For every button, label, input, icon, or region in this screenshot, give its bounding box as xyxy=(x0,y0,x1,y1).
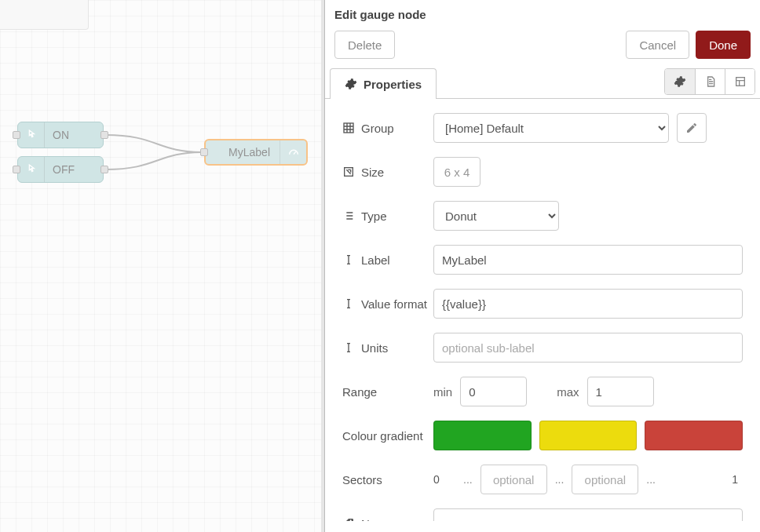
flow-canvas[interactable]: ON OFF MyLabel xyxy=(0,0,324,532)
list-icon xyxy=(342,210,355,222)
grid-icon xyxy=(342,122,355,134)
size-label: Size xyxy=(342,166,433,179)
node-port-out[interactable] xyxy=(100,131,108,139)
pointer-icon xyxy=(18,122,45,148)
wire-off-to-gauge xyxy=(106,152,203,169)
gear-icon xyxy=(674,75,686,88)
value-format-input[interactable] xyxy=(433,289,743,319)
node-port-in[interactable] xyxy=(200,148,208,156)
range-label: Range xyxy=(342,385,433,399)
gradient-color-1[interactable] xyxy=(433,421,532,450)
node-label: MyLabel xyxy=(206,146,280,159)
text-cursor-icon xyxy=(342,297,355,310)
svg-rect-0 xyxy=(736,78,744,86)
sectors-dots: ... xyxy=(646,473,656,486)
pencil-icon xyxy=(685,122,698,134)
group-select[interactable]: [Home] Default xyxy=(433,113,669,143)
type-label: Type xyxy=(342,210,433,223)
node-on[interactable]: ON xyxy=(17,122,104,148)
sectors-start: 0 xyxy=(433,473,455,486)
view-settings-button[interactable] xyxy=(665,69,695,94)
view-info-button[interactable] xyxy=(695,69,725,94)
wire-on-to-gauge xyxy=(106,135,203,152)
svg-rect-1 xyxy=(344,123,353,133)
node-port-out[interactable] xyxy=(100,166,108,173)
edit-group-button[interactable] xyxy=(677,113,707,143)
text-cursor-icon xyxy=(342,253,355,266)
sectors-dots: ... xyxy=(463,473,473,486)
panel-view-switcher xyxy=(664,68,755,95)
node-gauge[interactable]: MyLabel xyxy=(204,139,308,166)
gradient-swatches xyxy=(433,421,743,450)
text-cursor-icon xyxy=(342,341,355,354)
delete-button[interactable]: Delete xyxy=(334,31,395,59)
range-max-label: max xyxy=(557,385,579,399)
node-off[interactable]: OFF xyxy=(17,156,104,183)
gradient-color-3[interactable] xyxy=(645,421,743,450)
pointer-icon xyxy=(18,157,45,182)
tab-label: Properties xyxy=(364,78,422,91)
tab-properties[interactable]: Properties xyxy=(330,68,437,99)
units-label: Units xyxy=(342,341,433,355)
document-icon xyxy=(704,75,717,88)
name-input[interactable] xyxy=(433,508,743,521)
node-port-in[interactable] xyxy=(13,131,20,139)
range-min-input[interactable] xyxy=(460,377,527,406)
panel-tabs: Properties xyxy=(325,68,760,99)
gradient-label: Colour gradient xyxy=(342,429,433,443)
units-input[interactable] xyxy=(433,333,743,363)
sectors-label: Sectors xyxy=(342,473,433,486)
properties-form: Group [Home] Default Size xyxy=(325,99,760,521)
cancel-button[interactable]: Cancel xyxy=(626,31,689,59)
edit-panel: Edit gauge node Delete Cancel Done Prope… xyxy=(324,0,760,532)
name-label: Name xyxy=(342,517,433,522)
label-input[interactable] xyxy=(433,245,743,275)
gauge-icon xyxy=(280,140,306,164)
sectors-dots: ... xyxy=(555,473,565,486)
sectors-end: 1 xyxy=(663,473,743,486)
group-label: Group xyxy=(342,122,433,135)
canvas-toolbar xyxy=(0,0,89,30)
size-input[interactable] xyxy=(433,157,480,187)
range-max-input[interactable] xyxy=(587,377,654,406)
sector-1-input[interactable] xyxy=(480,465,547,494)
sector-2-input[interactable] xyxy=(572,465,638,494)
done-button[interactable]: Done xyxy=(696,31,751,59)
resize-icon xyxy=(342,166,355,178)
node-label: OFF xyxy=(45,163,103,176)
type-select[interactable]: Donut xyxy=(433,201,559,231)
view-appearance-button[interactable] xyxy=(725,69,755,94)
layout-icon xyxy=(734,75,747,88)
panel-title: Edit gauge node xyxy=(334,8,751,21)
range-min-label: min xyxy=(433,385,452,399)
gear-icon xyxy=(345,78,357,90)
node-label: ON xyxy=(45,129,103,141)
tag-icon xyxy=(342,517,355,521)
gradient-color-2[interactable] xyxy=(539,421,638,450)
label-field-label: Label xyxy=(342,253,433,267)
value-format-label: Value format xyxy=(342,297,433,311)
node-port-in[interactable] xyxy=(13,166,20,173)
